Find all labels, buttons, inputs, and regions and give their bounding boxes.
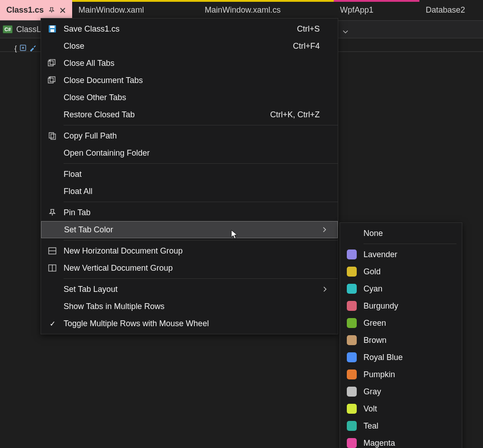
color-item[interactable]: Lavender — [340, 246, 462, 263]
menu-item[interactable]: Close Other Tabs — [41, 89, 338, 106]
svg-rect-5 — [50, 60, 55, 65]
menu-item[interactable]: Restore Closed TabCtrl+K, Ctrl+Z — [41, 106, 338, 123]
tab-class1[interactable]: Class1.cs — [0, 0, 72, 20]
color-item[interactable]: Cyan — [340, 280, 462, 297]
menu-separator — [64, 202, 338, 202]
close-icon[interactable] — [60, 7, 66, 14]
color-item[interactable]: Magenta — [340, 434, 462, 448]
copy-icon — [41, 131, 64, 140]
menu-item-label: Close Document Tabs — [64, 76, 320, 85]
menu-item-label: Open Containing Folder — [64, 148, 320, 158]
color-item[interactable]: Pumpkin — [340, 366, 462, 383]
submenu-arrow-icon — [320, 286, 331, 292]
svg-rect-9 — [51, 134, 55, 139]
color-swatch — [340, 369, 363, 379]
menu-separator — [64, 278, 338, 279]
editor-gutter-icons: { — [14, 44, 37, 53]
tab-mainwindow-xaml[interactable]: MainWindow.xaml — [72, 0, 198, 20]
project-label: ClassL — [16, 25, 41, 34]
menu-item[interactable]: Toggle Multiple Rows with Mouse Wheel — [41, 315, 338, 332]
color-item[interactable]: Volt — [340, 400, 462, 417]
svg-rect-4 — [48, 61, 53, 66]
menu-item[interactable]: Close Document Tabs — [41, 72, 338, 89]
color-swatch — [340, 301, 363, 311]
menu-item-label: Close Other Tabs — [64, 93, 320, 102]
save-icon — [41, 24, 64, 33]
color-swatch — [340, 284, 363, 294]
menu-icon — [41, 319, 64, 328]
menu-item-label: Close — [64, 42, 284, 51]
color-swatch — [340, 352, 363, 362]
tab-color-bar — [198, 0, 334, 2]
color-item-label: Volt — [363, 404, 456, 414]
menu-item[interactable]: Set Tab Layout — [41, 281, 338, 298]
color-item-label: Pumpkin — [363, 370, 456, 379]
menu-item[interactable]: New Vertical Document Group — [41, 259, 338, 277]
color-item-label: None — [363, 229, 456, 238]
menu-item-shortcut: Ctrl+K, Ctrl+Z — [270, 110, 320, 120]
tab-database2[interactable]: Database2 — [419, 0, 471, 20]
svg-rect-7 — [50, 77, 55, 82]
color-swatch — [340, 438, 363, 448]
color-item-label: Lavender — [363, 250, 456, 259]
color-item-label: Burgundy — [363, 301, 456, 311]
color-item[interactable]: Gray — [340, 383, 462, 400]
color-swatch — [340, 335, 363, 345]
submenu-arrow-icon — [319, 227, 330, 232]
menu-item[interactable]: Close All Tabs — [41, 55, 338, 72]
tab-mainwindow-xaml-cs[interactable]: MainWindow.xaml.cs — [198, 0, 334, 20]
menu-separator — [64, 125, 338, 125]
menu-item-label: Set Tab Layout — [64, 285, 320, 294]
color-item-label: Gray — [363, 387, 456, 397]
brace-icon: { — [14, 45, 17, 53]
color-item[interactable]: None — [340, 225, 462, 242]
color-swatch — [340, 387, 363, 397]
hgroup-icon — [41, 247, 64, 255]
color-swatch — [340, 318, 363, 328]
menu-item[interactable]: Open Containing Folder — [41, 144, 338, 162]
menu-item-shortcut: Ctrl+S — [297, 24, 320, 34]
color-item[interactable]: Brown — [340, 332, 462, 349]
menu-item[interactable]: Show Tabs in Multiple Rows — [41, 298, 338, 315]
tab-wpfapp1[interactable]: WpfApp1 — [334, 0, 419, 20]
menu-item-label: Float — [64, 170, 320, 179]
tab-label: Database2 — [426, 5, 465, 15]
menu-item-label: Pin Tab — [64, 208, 320, 217]
tab-context-menu: Save Class1.csCtrl+SCloseCtrl+F4Close Al… — [41, 18, 338, 334]
pin-icon[interactable] — [48, 7, 55, 14]
menu-item[interactable]: Float — [41, 166, 338, 183]
dropdown-arrow-icon[interactable] — [341, 25, 350, 39]
color-item[interactable]: Royal Blue — [340, 349, 462, 366]
menu-item-label: Copy Full Path — [64, 131, 320, 141]
tab-color-bar — [72, 0, 198, 2]
expand-icon[interactable] — [19, 44, 27, 53]
menu-item-label: Float All — [64, 187, 320, 196]
menu-item[interactable]: Pin Tab — [41, 204, 338, 221]
menu-item[interactable]: Save Class1.csCtrl+S — [41, 20, 338, 37]
color-item-label: Gold — [363, 267, 456, 277]
menu-item-label: Show Tabs in Multiple Rows — [64, 302, 320, 311]
closedoc-icon — [41, 76, 64, 85]
menu-separator — [64, 240, 338, 240]
color-item[interactable]: Burgundy — [340, 297, 462, 314]
vgroup-icon — [41, 264, 64, 272]
pin-icon — [41, 208, 64, 217]
color-item[interactable]: Gold — [340, 263, 462, 280]
menu-item-label: New Vertical Document Group — [64, 263, 320, 273]
screwdriver-icon[interactable] — [29, 44, 37, 53]
color-item[interactable]: Teal — [340, 417, 462, 434]
color-item-label: Teal — [363, 421, 456, 431]
tab-color-bar — [334, 0, 419, 2]
color-item-label: Cyan — [363, 284, 456, 294]
tab-label: MainWindow.xaml.cs — [205, 5, 281, 15]
tab-label: Class1.cs — [6, 5, 44, 15]
tab-bar: Class1.cs MainWindow.xaml MainWindow.xam… — [0, 0, 483, 20]
svg-rect-3 — [51, 29, 54, 32]
menu-item[interactable]: Copy Full Path — [41, 127, 338, 144]
color-item[interactable]: Green — [340, 314, 462, 332]
menu-item[interactable]: New Horizontal Document Group — [41, 242, 338, 259]
menu-item[interactable]: CloseCtrl+F4 — [41, 37, 338, 55]
color-swatch — [340, 421, 363, 431]
menu-item[interactable]: Float All — [41, 183, 338, 200]
menu-item[interactable]: Set Tab Color — [41, 221, 338, 238]
